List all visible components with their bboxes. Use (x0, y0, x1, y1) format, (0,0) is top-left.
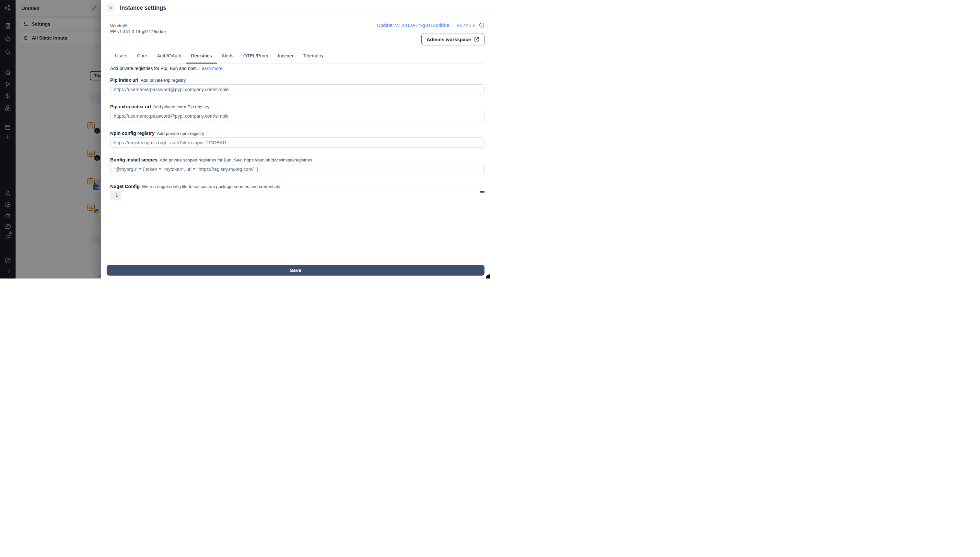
tab-auth-oauth[interactable]: Auth/OAuth (152, 52, 186, 63)
editor-code-area[interactable] (121, 191, 480, 200)
editor-minimap-slider[interactable] (480, 191, 484, 192)
tab-indexer[interactable]: Indexer (273, 52, 298, 63)
tab-description: Add private registries for Pip, Bun and … (110, 66, 222, 71)
modal-backdrop[interactable] (0, 0, 101, 278)
tab-registries[interactable]: Registries (186, 52, 216, 63)
modal-title: Instance settings (120, 5, 166, 11)
modal-body: Windmill EE v1.441.0-14-g81128ddde Updat… (101, 16, 490, 278)
field-hint: Write a nuget.config file to set custom … (142, 184, 280, 189)
field-bunfig-install-scopes: Bunfig install scopes Add private scoped… (110, 157, 484, 174)
field-label: Bunfig install scopes (110, 157, 158, 163)
tab-alerts[interactable]: Alerts (217, 52, 239, 63)
npm-config-registry-input[interactable] (110, 137, 484, 148)
field-hint: Add private extra Pip registry (153, 104, 210, 109)
description-text: Add private registries for Pip, Bun and … (110, 66, 198, 71)
field-hint: Add private Pip registry (141, 78, 186, 83)
bunfig-install-scopes-input[interactable] (110, 164, 484, 174)
info-icon[interactable] (479, 22, 484, 28)
field-label: Npm config registry (110, 131, 154, 136)
close-icon[interactable] (106, 3, 115, 12)
field-label: Pip extra index url (110, 104, 151, 109)
admins-workspace-label: Admins workspace (426, 37, 471, 42)
instance-settings-modal: Instance settings Windmill EE v1.441.0-1… (101, 0, 490, 278)
pip-extra-index-url-input[interactable] (110, 111, 484, 121)
external-link-icon (474, 37, 479, 42)
learn-more-link[interactable]: Learn more (199, 66, 223, 71)
modal-header: Instance settings (101, 0, 490, 16)
editor-minimap[interactable] (480, 191, 484, 200)
field-label: Pip index url (110, 78, 138, 83)
save-button[interactable]: Save (107, 265, 484, 275)
app-name: Windmill (110, 23, 166, 29)
field-pip-extra-index-url: Pip extra index url Add private extra Pi… (110, 104, 484, 121)
pip-index-url-input[interactable] (110, 84, 484, 94)
field-pip-index-url: Pip index url Add private Pip registry (110, 78, 484, 94)
update-link[interactable]: Update: v1.441.0-14-g81128ddde → v1.441.… (377, 22, 475, 28)
update-row: Update: v1.441.0-14-g81128ddde → v1.441.… (377, 22, 484, 28)
field-hint: Add private scoped registries for Bun, S… (160, 158, 312, 163)
settings-tabs: Users Core Auth/OAuth Registries Alerts … (110, 52, 484, 64)
version-text: EE v1.441.0-14-g81128ddde (110, 29, 166, 35)
field-nuget-config: Nuget Config Write a nuget.config file t… (110, 184, 484, 200)
tab-telemetry[interactable]: Telemetry (299, 52, 328, 63)
field-npm-config-registry: Npm config registry Add private npm regi… (110, 131, 484, 148)
admins-workspace-button[interactable]: Admins workspace (421, 33, 484, 46)
tab-core[interactable]: Core (132, 52, 152, 63)
version-block: Windmill EE v1.441.0-14-g81128ddde (110, 23, 166, 34)
nuget-config-editor[interactable]: 1 (110, 191, 484, 200)
tab-otel-prom[interactable]: OTEL/Prom (239, 52, 273, 63)
field-hint: Add private npm registry (157, 131, 204, 136)
editor-line-number: 1 (110, 191, 121, 200)
field-label: Nuget Config (110, 184, 140, 189)
tab-users[interactable]: Users (110, 52, 132, 63)
